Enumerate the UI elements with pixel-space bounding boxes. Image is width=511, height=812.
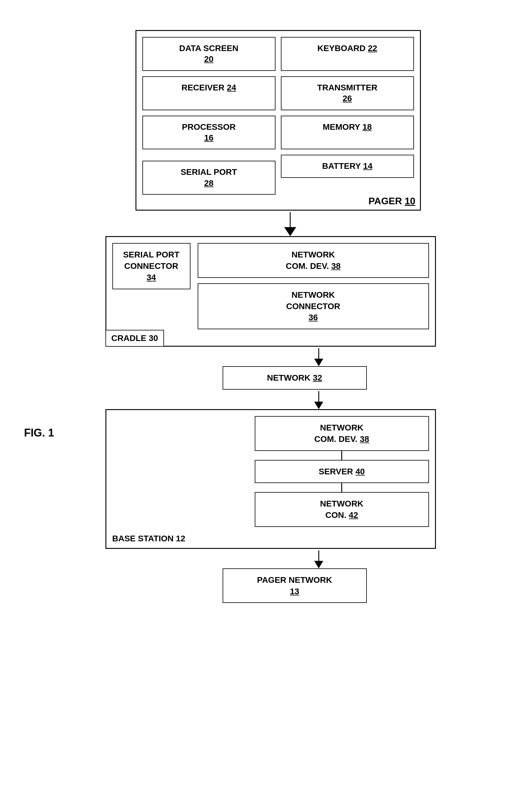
pager-network-section: PAGER NETWORK13: [78, 569, 511, 603]
network-section: NETWORK 32: [78, 366, 511, 389]
pager-box-memory: MEMORY 18: [281, 116, 414, 150]
svg-marker-5: [314, 402, 323, 409]
cradle-inner: SERIAL PORTCONNECTOR34 NETWORKCOM. DEV. …: [112, 243, 429, 329]
arrow-network-to-base: [126, 391, 511, 409]
serial-port-connector-box: SERIAL PORTCONNECTOR34: [112, 243, 191, 289]
pager-box-transmitter: TRANSMITTER26: [281, 76, 414, 110]
cradle-right-col: NETWORKCOM. DEV. 38 NETWORKCONNECTOR36: [198, 243, 429, 329]
network-com-dev-top-box: NETWORKCOM. DEV. 38: [198, 243, 429, 278]
arrow-cradle-to-network: [126, 348, 511, 366]
diagram-container: DATA SCREEN20 KEYBOARD 22 RECEIVER 24 TR…: [0, 0, 511, 639]
cradle-section: SERIAL PORTCONNECTOR34 NETWORKCOM. DEV. …: [69, 236, 460, 347]
pager-label: PAGER 10: [369, 196, 416, 207]
network-box: NETWORK 32: [223, 366, 367, 389]
serial-port-connector-col: SERIAL PORTCONNECTOR34: [112, 243, 191, 289]
pager-outer-box: DATA SCREEN20 KEYBOARD 22 RECEIVER 24 TR…: [136, 30, 421, 210]
cradle-outer-box: SERIAL PORTCONNECTOR34 NETWORKCOM. DEV. …: [106, 236, 436, 347]
pager-box-battery: BATTERY 14: [281, 155, 414, 177]
base-network-com-dev-box: NETWORKCOM. DEV. 38: [255, 416, 429, 451]
cradle-label: CRADLE 30: [106, 330, 164, 347]
pager-network-box: PAGER NETWORK13: [223, 569, 367, 603]
bottom-spacer: [0, 603, 511, 627]
arrow-base-to-pager-network: [126, 550, 511, 569]
line-server-to-network-con: [341, 483, 342, 492]
base-station-right: NETWORKCOM. DEV. 38 SERVER 40 NETWORKCON…: [255, 416, 429, 527]
base-station-outer-box: NETWORKCOM. DEV. 38 SERVER 40 NETWORKCON…: [106, 409, 436, 549]
svg-marker-3: [314, 359, 323, 366]
base-station-label: BASE STATION 12: [112, 534, 186, 544]
arrow-pager-to-cradle: [69, 212, 511, 236]
network-connector-box: NETWORKCONNECTOR36: [198, 283, 429, 329]
fig-label: FIG. 1: [24, 427, 54, 439]
server-box: SERVER 40: [255, 460, 429, 483]
pager-box-data-screen: DATA SCREEN20: [142, 37, 276, 71]
pager-box-receiver: RECEIVER 24: [142, 76, 276, 110]
base-station-section: NETWORKCOM. DEV. 38 SERVER 40 NETWORKCON…: [69, 409, 460, 549]
base-station-inner: NETWORKCOM. DEV. 38 SERVER 40 NETWORKCON…: [112, 416, 429, 527]
svg-marker-1: [284, 227, 296, 236]
pager-section: DATA SCREEN20 KEYBOARD 22 RECEIVER 24 TR…: [106, 30, 436, 210]
network-con-box: NETWORKCON. 42: [255, 492, 429, 527]
line-com-dev-to-server: [341, 451, 342, 460]
svg-marker-7: [314, 561, 323, 569]
pager-box-keyboard: KEYBOARD 22: [281, 37, 414, 71]
pager-grid: DATA SCREEN20 KEYBOARD 22 RECEIVER 24 TR…: [142, 37, 414, 195]
pager-box-processor: PROCESSOR16: [142, 116, 276, 150]
pager-box-serial-port: SERIAL PORT28: [142, 161, 276, 195]
